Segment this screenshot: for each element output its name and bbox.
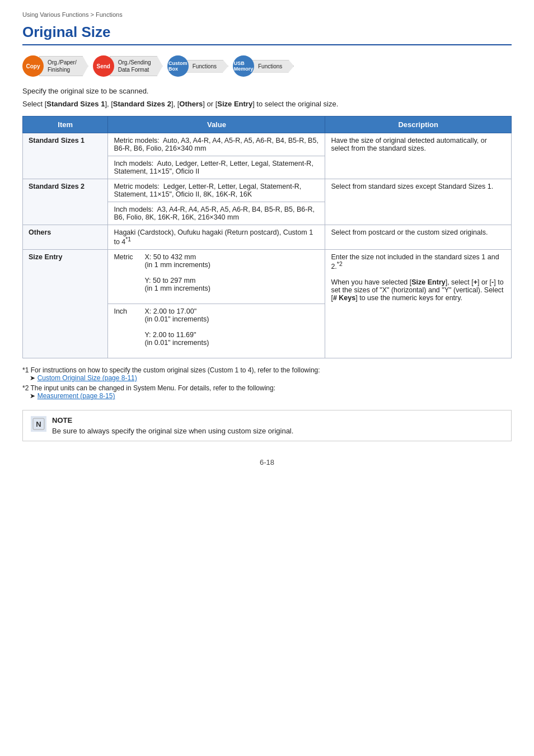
send-circle: Send bbox=[93, 55, 114, 77]
page-title: Original Size bbox=[22, 24, 512, 45]
main-table: Item Value Description Standard Sizes 1 … bbox=[22, 116, 512, 358]
usb-label: Functions bbox=[250, 60, 294, 73]
note-icon: N bbox=[31, 416, 46, 432]
value-standard1-inch: Inch models: Auto, Ledger, Letter-R, Let… bbox=[108, 156, 325, 179]
col-header-desc: Description bbox=[325, 116, 512, 133]
item-standard1: Standard Sizes 1 bbox=[23, 133, 108, 179]
breadcrumb: Using Various Functions > Functions bbox=[22, 11, 512, 18]
desc-others: Select from postcard or the custom sized… bbox=[325, 225, 512, 250]
table-row: Standard Sizes 1 Metric models: Auto, A3… bbox=[23, 133, 512, 156]
footnote-1-link[interactable]: Custom Original Size (page 8-11) bbox=[38, 374, 137, 382]
desc-sizeentry: Enter the size not included in the stand… bbox=[325, 250, 512, 358]
wf-step-custom: CustomBox Functions bbox=[167, 55, 228, 77]
custom-label: Functions bbox=[184, 60, 228, 73]
footnote-2-link[interactable]: Measurement (page 8-15) bbox=[38, 392, 115, 400]
table-row: Others Hagaki (Cardstock), Oufuku hagaki… bbox=[23, 225, 512, 250]
value-sizeentry-metric: Metric X: 50 to 432 mm(in 1 mm increment… bbox=[108, 250, 325, 304]
wf-step-send: Send Org./SendingData Format bbox=[93, 55, 163, 77]
table-row: Size Entry Metric X: 50 to 432 mm(in 1 m… bbox=[23, 250, 512, 304]
usb-circle: USBMemory bbox=[233, 55, 254, 77]
value-standard2-inch: Inch models: A3, A4-R, A4, A5-R, A5, A6-… bbox=[108, 202, 325, 225]
table-row: Standard Sizes 2 Metric models: Ledger, … bbox=[23, 179, 512, 202]
workflow-bar: Copy Org./Paper/Finishing Send Org./Send… bbox=[22, 55, 512, 77]
desc-standard2: Select from standard sizes except Standa… bbox=[325, 179, 512, 225]
col-header-value: Value bbox=[108, 116, 325, 133]
item-standard2: Standard Sizes 2 bbox=[23, 179, 108, 225]
footnote-2: *2 The input units can be changed in Sys… bbox=[22, 384, 512, 400]
value-standard2-metric: Metric models: Ledger, Letter-R, Letter,… bbox=[108, 179, 325, 202]
svg-text:N: N bbox=[36, 420, 41, 428]
value-standard1-metric: Metric models: Auto, A3, A4-R, A4, A5-R,… bbox=[108, 133, 325, 156]
select-text: Select [Standard Sizes 1], [Standard Siz… bbox=[22, 100, 512, 108]
value-others: Hagaki (Cardstock), Oufuku hagaki (Retur… bbox=[108, 225, 325, 250]
desc-standard1: Have the size of original detected autom… bbox=[325, 133, 512, 179]
wf-step-copy: Copy Org./Paper/Finishing bbox=[22, 55, 88, 77]
item-others: Others bbox=[23, 225, 108, 250]
wf-step-usb: USBMemory Functions bbox=[233, 55, 294, 77]
value-sizeentry-inch: Inch X: 2.00 to 17.00"(in 0.01" incremen… bbox=[108, 304, 325, 358]
note-content: Be sure to always specify the original s… bbox=[52, 427, 293, 435]
intro-text: Specify the original size to be scanned. bbox=[22, 87, 512, 95]
copy-circle: Copy bbox=[22, 55, 44, 77]
footnote-1: *1 For instructions on how to specify th… bbox=[22, 366, 512, 382]
custom-circle: CustomBox bbox=[167, 55, 189, 77]
item-sizeentry: Size Entry bbox=[23, 250, 108, 358]
page-number: 6-18 bbox=[22, 458, 512, 466]
copy-label: Org./Paper/Finishing bbox=[39, 56, 88, 76]
send-label: Org./SendingData Format bbox=[110, 56, 163, 76]
note-label: NOTE bbox=[52, 416, 293, 424]
col-header-item: Item bbox=[23, 116, 108, 133]
note-box: N NOTE Be sure to always specify the ori… bbox=[22, 410, 512, 441]
